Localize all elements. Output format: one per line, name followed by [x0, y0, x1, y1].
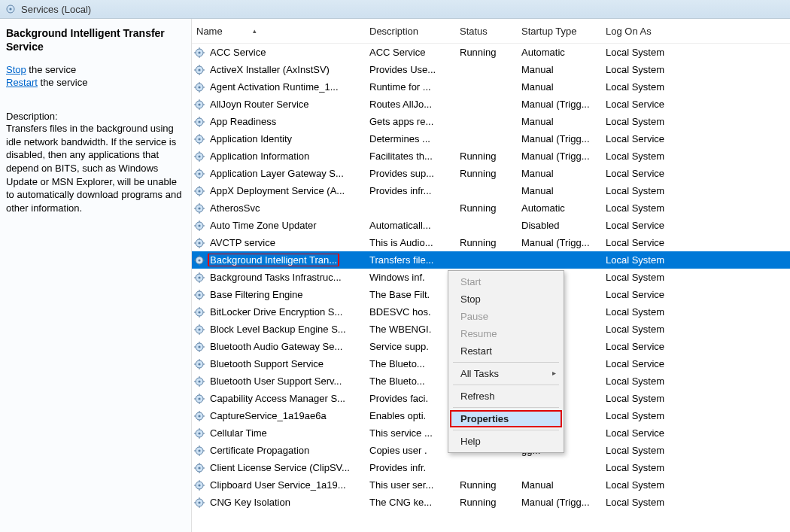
service-row[interactable]: Clipboard User Service_1a19...This user … — [192, 476, 790, 494]
ctx-all-tasks[interactable]: All Tasks▸ — [450, 365, 562, 382]
svg-point-81 — [198, 276, 200, 278]
service-row[interactable]: AVCTP serviceThis is Audio...RunningManu… — [192, 234, 790, 251]
ctx-restart[interactable]: Restart — [450, 342, 562, 360]
service-status-cell: Running — [455, 202, 517, 214]
service-name-cell[interactable]: Agent Activation Runtime_1... — [192, 81, 365, 93]
service-name-cell[interactable]: AVCTP service — [192, 236, 365, 249]
service-name-cell[interactable]: Client License Service (ClipSV... — [192, 461, 365, 474]
service-desc-cell: The CNG ke... — [365, 497, 455, 508]
service-row[interactable]: Agent Activation Runtime_1...Runtime for… — [192, 78, 790, 96]
service-name-text: Bluetooth Audio Gateway Se... — [208, 340, 344, 353]
service-desc-cell: Runtime for ... — [365, 81, 455, 93]
service-row[interactable]: AppX Deployment Service (A...Provides in… — [192, 182, 790, 199]
window-title: Services (Local) — [21, 4, 91, 15]
svg-point-135 — [198, 432, 200, 434]
service-name-cell[interactable]: Certificate Propagation — [192, 444, 365, 457]
service-name-cell[interactable]: Block Level Backup Engine S... — [192, 323, 365, 336]
service-row[interactable]: Application InformationFacilitates th...… — [192, 147, 790, 165]
service-name-cell[interactable]: Application Information — [192, 150, 365, 163]
service-desc-cell: ACC Service — [365, 47, 455, 58]
stop-link[interactable]: Stop — [6, 64, 26, 75]
ctx-separator — [453, 385, 559, 385]
service-name-cell[interactable]: Cellular Time — [192, 427, 365, 439]
service-name-text: CaptureService_1a19ae6a — [208, 409, 328, 422]
service-name-cell[interactable]: CNG Key Isolation — [192, 496, 365, 509]
service-desc-cell: Routes AllJo... — [365, 99, 455, 110]
column-startup[interactable]: Startup Type — [517, 26, 601, 37]
service-startup-cell: Manual — [517, 479, 601, 491]
service-name-cell[interactable]: ActiveX Installer (AxInstSV) — [192, 63, 365, 76]
column-logon[interactable]: Log On As — [601, 26, 691, 37]
service-name-cell[interactable]: Bluetooth Support Service — [192, 357, 365, 370]
column-headers: Name▴ Description Status Startup Type Lo… — [192, 19, 790, 44]
service-name-cell[interactable]: Auto Time Zone Updater — [192, 219, 365, 232]
service-row[interactable]: Auto Time Zone UpdaterAutomaticall...Dis… — [192, 217, 790, 234]
service-name-cell[interactable]: Background Tasks Infrastruc... — [192, 271, 365, 284]
service-row[interactable]: Application IdentityDetermines ...Manual… — [192, 130, 790, 147]
column-status[interactable]: Status — [455, 26, 517, 37]
service-name-text: Bluetooth User Support Serv... — [208, 375, 343, 388]
ctx-refresh[interactable]: Refresh — [450, 388, 562, 405]
service-name-text: Client License Service (ClipSV... — [208, 461, 351, 474]
service-icon — [193, 133, 205, 145]
service-row[interactable]: AllJoyn Router ServiceRoutes AllJo...Man… — [192, 96, 790, 113]
service-icon — [193, 220, 205, 232]
service-name-text: ACC Service — [208, 46, 267, 59]
column-name[interactable]: Name▴ — [192, 26, 365, 37]
service-icon — [193, 81, 205, 93]
service-name-text: Bluetooth Support Service — [208, 357, 325, 370]
service-name-text: Application Identity — [208, 132, 293, 145]
service-name-cell[interactable]: Application Layer Gateway S... — [192, 167, 365, 180]
service-name-cell[interactable]: Capability Access Manager S... — [192, 392, 365, 405]
service-startup-cell: Manual (Trigg... — [517, 237, 601, 248]
service-name-cell[interactable]: BitLocker Drive Encryption S... — [192, 306, 365, 318]
svg-point-15 — [198, 86, 200, 88]
service-desc-cell: Automaticall... — [365, 220, 455, 231]
service-name-cell[interactable]: Bluetooth User Support Serv... — [192, 375, 365, 388]
ctx-properties[interactable]: Properties — [450, 410, 562, 427]
service-name-cell[interactable]: Base Filtering Engine — [192, 288, 365, 301]
svg-point-99 — [198, 328, 200, 330]
svg-point-39 — [198, 155, 200, 157]
service-desc-cell: Provides faci. — [365, 393, 455, 404]
service-startup-cell: Manual (Trigg... — [517, 497, 601, 508]
svg-point-129 — [198, 415, 200, 417]
service-icon — [193, 202, 205, 214]
service-icon — [193, 272, 205, 284]
service-icon — [193, 358, 205, 370]
service-desc-cell: This user ser... — [365, 479, 455, 491]
ctx-separator — [453, 362, 559, 363]
ctx-stop[interactable]: Stop — [450, 290, 562, 308]
service-name-cell[interactable]: Background Intelligent Tran... — [192, 254, 365, 266]
service-row[interactable]: CNG Key IsolationThe CNG ke...RunningMan… — [192, 494, 790, 511]
service-row[interactable]: App ReadinessGets apps re...ManualLocal … — [192, 113, 790, 130]
svg-point-27 — [198, 120, 200, 123]
service-row[interactable]: Client License Service (ClipSV...Provide… — [192, 459, 790, 476]
service-desc-cell: Service supp. — [365, 341, 455, 352]
service-row[interactable]: ACC ServiceACC ServiceRunningAutomaticLo… — [192, 44, 790, 61]
svg-point-117 — [198, 380, 200, 382]
svg-point-33 — [198, 138, 200, 140]
service-name-cell[interactable]: CaptureService_1a19ae6a — [192, 409, 365, 422]
ctx-help[interactable]: Help — [450, 433, 562, 450]
service-name-cell[interactable]: ACC Service — [192, 46, 365, 59]
service-name-cell[interactable]: Clipboard User Service_1a19... — [192, 479, 365, 491]
service-name-cell[interactable]: AllJoyn Router Service — [192, 98, 365, 111]
ctx-pause: Pause — [450, 308, 562, 325]
column-description[interactable]: Description — [365, 26, 455, 37]
service-logon-cell: Local Service — [601, 341, 691, 352]
service-row[interactable]: Background Intelligent Tran...Transfers … — [192, 251, 790, 269]
service-name-cell[interactable]: App Readiness — [192, 115, 365, 128]
service-row[interactable]: Application Layer Gateway S...Provides s… — [192, 165, 790, 182]
service-row[interactable]: AtherosSvcRunningAutomaticLocal System — [192, 199, 790, 217]
service-row[interactable]: ActiveX Installer (AxInstSV)Provides Use… — [192, 61, 790, 78]
service-name-text: Certificate Propagation — [208, 444, 311, 457]
service-name-cell[interactable]: AtherosSvc — [192, 202, 365, 214]
service-name-cell[interactable]: AppX Deployment Service (A... — [192, 184, 365, 197]
svg-point-111 — [198, 363, 200, 365]
service-name-cell[interactable]: Bluetooth Audio Gateway Se... — [192, 340, 365, 353]
service-icon — [193, 462, 205, 474]
service-name-cell[interactable]: Application Identity — [192, 132, 365, 145]
svg-point-51 — [198, 190, 200, 192]
restart-link[interactable]: Restart — [6, 77, 38, 88]
